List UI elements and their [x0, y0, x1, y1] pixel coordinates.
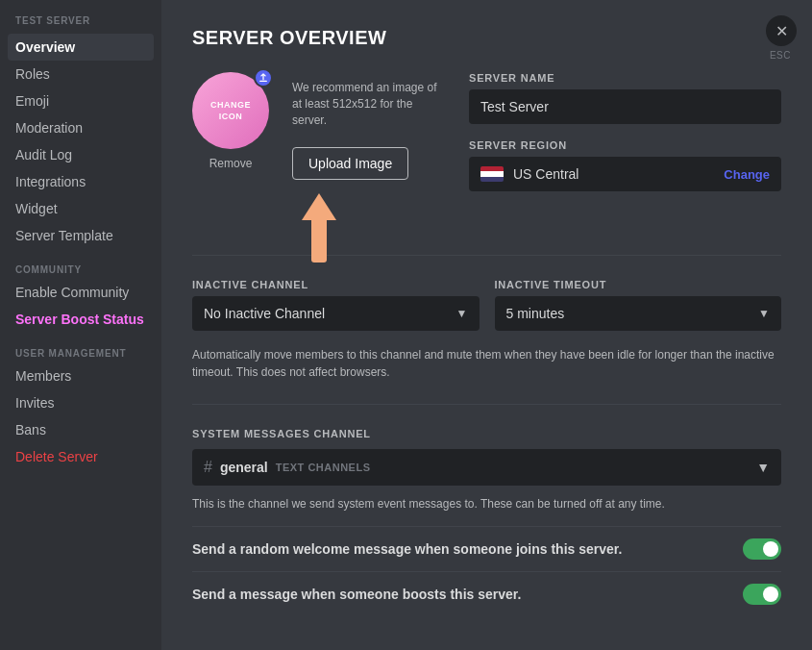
close-button[interactable]: ✕ [766, 15, 797, 46]
check-icon: ✓ [769, 544, 776, 555]
channel-dropdown-icon: ▼ [756, 460, 770, 475]
page-title: SERVER OVERVIEW [192, 27, 781, 49]
sidebar-item-enable-community[interactable]: Enable Community [8, 279, 154, 306]
toggle-boost-label: Send a message when someone boosts this … [192, 587, 521, 602]
system-messages-label: SYSTEM MESSAGES CHANNEL [192, 428, 781, 439]
main-content: ✕ ESC SERVER OVERVIEW CHANGE ICON Remove… [161, 0, 812, 650]
region-value: US Central [513, 166, 578, 182]
user-management-section-label: USER MANAGEMENT [8, 333, 154, 362]
hash-icon: # [204, 459, 212, 476]
sidebar-item-audit-log[interactable]: Audit Log [8, 141, 154, 168]
us-flag-icon [480, 166, 504, 182]
inactive-channel-label: INACTIVE CHANNEL [192, 279, 480, 290]
sidebar-item-roles[interactable]: Roles [8, 61, 154, 88]
upload-image-button[interactable]: Upload Image [292, 147, 408, 180]
system-helper-text: This is the channel we send system event… [192, 497, 781, 511]
inactive-timeout-select[interactable]: 5 minutes [495, 296, 782, 331]
sidebar-item-bans[interactable]: Bans [8, 416, 154, 443]
sidebar-item-members[interactable]: Members [8, 362, 154, 389]
remove-link[interactable]: Remove [209, 157, 253, 170]
sidebar-item-invites[interactable]: Invites [8, 389, 154, 416]
change-icon-label2: ICON [219, 112, 243, 121]
inactive-channel-select[interactable]: No Inactive Channel [192, 296, 480, 331]
toggle-welcome-label: Send a random welcome message when someo… [192, 541, 622, 557]
sidebar-item-server-template[interactable]: Server Template [8, 222, 154, 249]
divider-2 [192, 404, 781, 405]
inactive-timeout-label: INACTIVE TIMEOUT [495, 279, 782, 290]
server-icon-wrapper: CHANGE ICON [192, 72, 269, 149]
sidebar-item-overview[interactable]: Overview [8, 34, 154, 61]
icon-section: CHANGE ICON Remove [192, 72, 269, 170]
system-channel-select[interactable]: # general TEXT CHANNELS ▼ [192, 449, 781, 486]
server-name-field: SERVER NAME [469, 72, 781, 124]
toggle-welcome[interactable]: ✓ [743, 538, 781, 560]
upload-arrow [302, 193, 336, 224]
sidebar-item-emoji[interactable]: Emoji [8, 88, 154, 114]
toggle-row-boost: Send a message when someone boosts this … [192, 571, 781, 616]
server-name-input[interactable] [469, 89, 781, 124]
upload-icon [258, 73, 268, 83]
image-hint: We recommend an image of at least 512x51… [292, 80, 446, 128]
upload-badge[interactable] [254, 68, 273, 88]
inactive-timeout-select-wrapper: 5 minutes ▼ [495, 296, 782, 331]
region-selector[interactable]: US Central Change [469, 157, 781, 191]
esc-label: ESC [770, 50, 791, 61]
sidebar-item-integrations[interactable]: Integrations [8, 168, 154, 195]
inactive-channel-select-wrapper: No Inactive Channel ▼ [192, 296, 480, 331]
server-name-label: SERVER NAME [469, 72, 781, 84]
server-region-label: SERVER REGION [469, 139, 781, 151]
channel-name: general [220, 460, 268, 475]
inactive-helper-text: Automatically move members to this chann… [192, 346, 781, 381]
divider-1 [192, 255, 781, 256]
toggle-boost[interactable]: ✓ [743, 584, 781, 605]
change-icon-label1: CHANGE [210, 100, 251, 110]
server-fields: SERVER NAME SERVER REGION US Central Cha… [469, 72, 781, 191]
toggle-row-welcome: Send a random welcome message when someo… [192, 526, 781, 571]
sidebar: TEST SERVER Overview Roles Emoji Moderat… [0, 0, 161, 650]
check-icon-2: ✓ [769, 589, 776, 600]
sidebar-item-moderation[interactable]: Moderation [8, 114, 154, 141]
sidebar-item-delete-server[interactable]: Delete Server [8, 443, 154, 470]
inactive-section: INACTIVE CHANNEL No Inactive Channel ▼ I… [192, 279, 781, 331]
channel-type: TEXT CHANNELS [276, 462, 371, 473]
sidebar-item-widget[interactable]: Widget [8, 195, 154, 222]
sidebar-item-boost-status[interactable]: Server Boost Status [8, 306, 154, 333]
server-region-field: SERVER REGION US Central Change [469, 139, 781, 191]
change-region-button[interactable]: Change [724, 167, 770, 182]
inactive-channel-field: INACTIVE CHANNEL No Inactive Channel ▼ [192, 279, 480, 331]
server-name-label: TEST SERVER [8, 15, 154, 34]
inactive-timeout-field: INACTIVE TIMEOUT 5 minutes ▼ [495, 279, 782, 331]
community-section-label: COMMUNITY [8, 249, 154, 279]
